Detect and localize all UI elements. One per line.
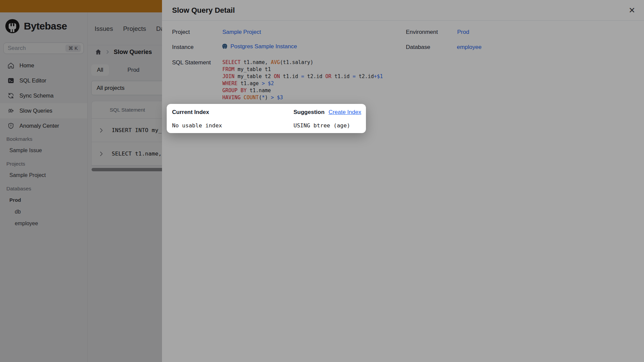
suggestion-value: USING btree (age) — [293, 122, 350, 129]
index-suggestion-popover: Current Index No usable index Suggestion… — [167, 104, 366, 133]
suggestion-label: Suggestion — [293, 109, 325, 116]
current-index-value: No usable index — [172, 122, 222, 129]
create-index-link[interactable]: Create Index — [329, 109, 361, 116]
popover-backdrop — [0, 0, 644, 362]
current-index-label: Current Index — [172, 109, 209, 116]
suggestion-header: Suggestion Create Index — [293, 109, 361, 116]
